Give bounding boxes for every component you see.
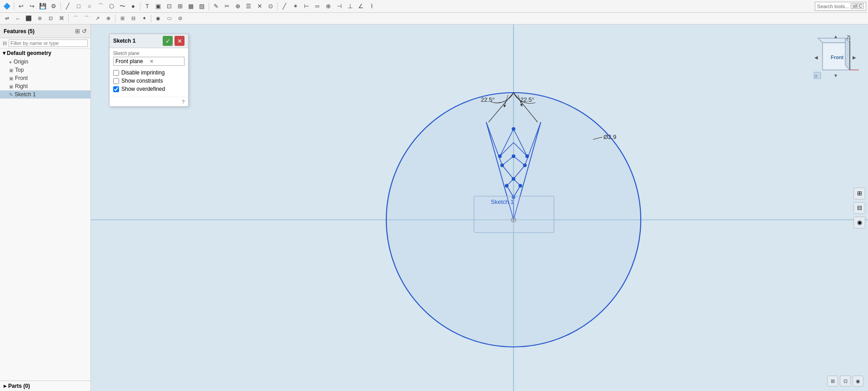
fix-tool[interactable]: ⊢ [301,1,311,11]
project-tool[interactable]: ⊙ [265,1,275,11]
tree-item-right[interactable]: ▣ Right [0,82,90,90]
rect-tool[interactable]: □ [74,1,84,11]
vertical-tool[interactable]: ⊕ [323,1,333,11]
parts-group[interactable]: ▸ Parts (0) [0,381,90,391]
svg-text:▼: ▼ [833,73,838,78]
sketch-plane-select[interactable]: Front plane ✕ [113,57,185,66]
sketch-tool-14[interactable]: ◉ [153,14,163,24]
right-icon-3[interactable]: ◉ [853,217,865,228]
sketch-plane-value: Front plane [115,58,149,64]
line-tool[interactable]: ╱ [63,1,73,11]
scale-tool[interactable]: ▧ [197,1,207,11]
tree-item-origin[interactable]: ● Origin [0,58,90,66]
sketch-tool-13[interactable]: ✦ [139,14,149,24]
sketch-tool-10[interactable]: ⊕ [103,14,113,24]
show-overdefined-checkbox[interactable] [113,86,119,92]
pattern-tool[interactable]: ⊡ [164,1,174,11]
disable-imprinting-row: Disable imprinting [113,69,185,76]
svg-point-34 [512,177,515,181]
disable-imprinting-checkbox[interactable] [113,70,119,76]
svg-text:Ø2.9: Ø2.9 [604,134,616,140]
tree-item-sketch1[interactable]: ✎ Sketch 1 [0,90,90,99]
search-toolbar-placeholder: Search tools... [817,4,849,9]
show-overdefined-label: Show overdefined [121,86,165,92]
fillet-tool[interactable]: ☰ [244,1,254,11]
sketch-tool-1[interactable]: ⇌ [2,14,12,24]
sketch-tool-11[interactable]: ⊞ [117,14,127,24]
right-icon-1[interactable]: ⊞ [853,188,865,199]
settings-button[interactable]: ⚙ [49,1,59,11]
right-icon-2[interactable]: ⊟ [853,202,865,214]
sketch-tool-5[interactable]: ⊡ [45,14,55,24]
show-overdefined-row: Show overdefined [113,86,185,92]
search-toolbar[interactable]: Search tools... alt C [815,2,866,11]
show-constraints-row: Show constraints [113,78,185,84]
offset-tool[interactable]: ✕ [254,1,264,11]
dimension-tool[interactable]: ✴ [290,1,300,11]
sketch-tool-6[interactable]: ⌘ [56,14,66,24]
sketch-tool-7[interactable]: ⌒ [70,14,80,24]
bottom-icon-2[interactable]: ⊡ [840,376,851,386]
spline-tool[interactable]: 〜 [117,1,127,11]
redo-button[interactable]: ↪ [27,1,37,11]
sketch-ok-button[interactable]: ✓ [163,36,173,46]
pencil-tool[interactable]: ✎ [211,1,221,11]
array-tool[interactable]: ▦ [186,1,196,11]
plane-icon: ▣ [9,68,13,73]
svg-rect-40 [474,196,554,233]
sketch-tool-9[interactable]: ↗ [92,14,102,24]
sketch-tool-3[interactable]: ⬛ [24,14,34,24]
show-constraints-checkbox[interactable] [113,78,119,84]
sketch-tool-4[interactable]: ⊚ [35,14,45,24]
sidebar: Features (5) ⊞ ↺ ⊟ ▾ Default geometry ● … [0,25,91,391]
svg-marker-44 [845,38,850,70]
tree-group-label: Default geometry [7,50,51,56]
image-tool[interactable]: ▣ [153,1,163,11]
sketch-tool-8[interactable]: ⌒ [81,14,91,24]
arc-tool[interactable]: ⌒ [95,1,105,11]
angle-tool[interactable]: ∠ [356,1,366,11]
cut-tool[interactable]: ✂ [222,1,232,11]
help-icon[interactable]: ? [182,99,185,104]
extend-tool[interactable]: ⊕ [233,1,243,11]
undo-button[interactable]: ↩ [16,1,26,11]
chevron-down-icon: ▾ [3,50,5,56]
horizontal-tool[interactable]: ═ [312,1,322,11]
sep1 [14,2,14,10]
canvas-area[interactable]: Sketch 1 ✓ ✕ Sketch plane Front plane ✕ … [91,25,868,391]
perp-tool[interactable]: ⊥ [345,1,355,11]
save-button[interactable]: 💾 [38,1,48,11]
sketch-plane-clear-icon[interactable]: ✕ [150,59,183,64]
mirror-tool[interactable]: ⊞ [175,1,185,11]
parallel-tool[interactable]: ⊣ [334,1,344,11]
sketch-tool-12[interactable]: ⊟ [128,14,138,24]
sidebar-refresh-icon[interactable]: ↺ [82,28,87,35]
circle-tool[interactable]: ○ [85,1,95,11]
plane-icon: ▣ [9,84,13,89]
constraint-tool[interactable]: ╱ [279,1,289,11]
svg-point-32 [500,163,504,167]
sketch-tool-16[interactable]: ⊘ [175,14,185,24]
sep-s3 [151,15,151,23]
point-tool[interactable]: ● [128,1,138,11]
sketch-panel-body: Sketch plane Front plane ✕ Disable impri… [110,48,188,97]
tangent-tool[interactable]: ⌇ [367,1,377,11]
tree-group-default-geometry[interactable]: ▾ Default geometry [0,49,90,58]
text-tool[interactable]: T [142,1,152,11]
sketch-tool-15[interactable]: ⬭ [164,14,174,24]
sketch-tool-2[interactable]: ↔ [13,14,23,24]
tree-item-top[interactable]: ▣ Top [0,66,90,74]
filter-input[interactable] [9,40,88,47]
svg-text:▲: ▲ [833,34,838,39]
tree-item-front[interactable]: ▣ Front [0,74,90,82]
view-cube[interactable]: Front Z X ▲ ▼ ◀ ▶ ⊡ [813,34,859,79]
svg-text:22.5°: 22.5° [520,96,534,103]
sketch-icon: ✎ [9,92,13,97]
sidebar-configure-icon[interactable]: ⊞ [75,28,80,35]
sketch-close-button[interactable]: ✕ [175,36,185,46]
svg-point-28 [512,127,515,131]
polygon-tool[interactable]: ⬡ [106,1,116,11]
bottom-icon-3[interactable]: ◉ [853,376,863,386]
app-icon[interactable]: 🔷 [2,1,12,11]
bottom-icon-1[interactable]: ⊞ [827,376,838,386]
